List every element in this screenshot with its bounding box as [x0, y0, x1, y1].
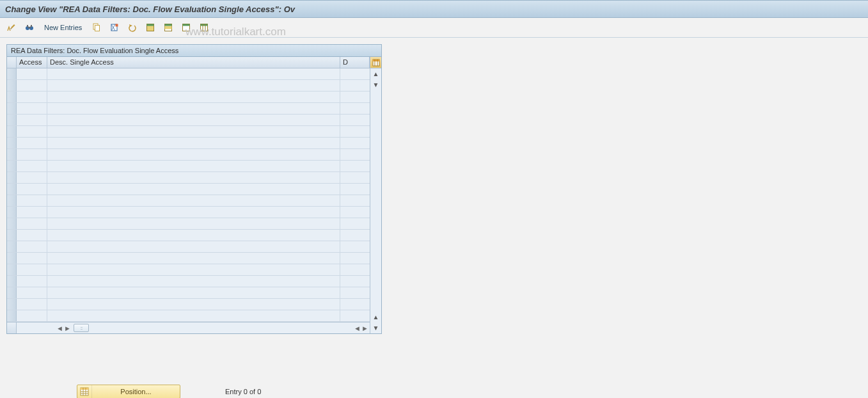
- table-row[interactable]: [7, 299, 370, 310]
- column-header-d[interactable]: D: [340, 57, 370, 68]
- copy-as-button[interactable]: [89, 20, 104, 35]
- table-row[interactable]: [7, 276, 370, 287]
- vertical-scroll-track[interactable]: [370, 90, 381, 312]
- cell-d[interactable]: [340, 149, 370, 160]
- undo-change-button[interactable]: [125, 20, 140, 35]
- table-row[interactable]: [7, 207, 370, 218]
- scroll-down-end-button[interactable]: ▼: [370, 322, 381, 333]
- row-selector[interactable]: [7, 184, 17, 195]
- cell-desc-single-access[interactable]: [47, 230, 340, 241]
- cell-access[interactable]: [17, 126, 47, 137]
- cell-desc-single-access[interactable]: [47, 207, 340, 218]
- cell-d[interactable]: [340, 230, 370, 241]
- cell-access[interactable]: [17, 172, 47, 183]
- scroll-right-end-button[interactable]: ►: [361, 324, 368, 332]
- cell-access[interactable]: [17, 287, 47, 298]
- cell-d[interactable]: [340, 161, 370, 171]
- row-selector[interactable]: [7, 80, 17, 91]
- scroll-right-button[interactable]: ►: [64, 324, 71, 332]
- cell-d[interactable]: [340, 253, 370, 264]
- table-row[interactable]: [7, 287, 370, 299]
- cell-access[interactable]: [17, 276, 47, 287]
- cell-d[interactable]: [340, 287, 370, 298]
- cell-desc-single-access[interactable]: [47, 126, 340, 137]
- row-selector[interactable]: [7, 264, 17, 275]
- row-selector[interactable]: [7, 138, 17, 148]
- table-row[interactable]: [7, 310, 370, 322]
- cell-d[interactable]: [340, 241, 370, 252]
- cell-desc-single-access[interactable]: [47, 80, 340, 91]
- cell-access[interactable]: [17, 195, 47, 206]
- cell-access[interactable]: [17, 253, 47, 264]
- cell-desc-single-access[interactable]: [47, 195, 340, 206]
- cell-d[interactable]: [340, 184, 370, 195]
- cell-desc-single-access[interactable]: [47, 68, 340, 79]
- cell-d[interactable]: [340, 138, 370, 148]
- toggle-display-change-button[interactable]: [4, 20, 19, 35]
- position-button[interactable]: Position...: [77, 385, 180, 398]
- cell-access[interactable]: [17, 218, 47, 229]
- row-selector[interactable]: [7, 126, 17, 137]
- cell-d[interactable]: [340, 276, 370, 287]
- table-row[interactable]: [7, 264, 370, 276]
- cell-d[interactable]: [340, 299, 370, 310]
- cell-access[interactable]: [17, 80, 47, 91]
- find-button[interactable]: [22, 20, 37, 35]
- table-row[interactable]: [7, 241, 370, 253]
- cell-access[interactable]: [17, 115, 47, 125]
- table-row[interactable]: [7, 161, 370, 172]
- table-row[interactable]: [7, 253, 370, 264]
- row-selector[interactable]: [7, 115, 17, 125]
- table-row[interactable]: [7, 218, 370, 230]
- row-selector[interactable]: [7, 92, 17, 102]
- cell-desc-single-access[interactable]: [47, 149, 340, 160]
- cell-access[interactable]: [17, 207, 47, 218]
- cell-desc-single-access[interactable]: [47, 253, 340, 264]
- cell-access[interactable]: [17, 103, 47, 114]
- cell-desc-single-access[interactable]: [47, 299, 340, 310]
- cell-access[interactable]: [17, 138, 47, 148]
- cell-desc-single-access[interactable]: [47, 264, 340, 275]
- scroll-left-button[interactable]: ◄: [56, 324, 63, 332]
- row-selector[interactable]: [7, 149, 17, 160]
- row-selector[interactable]: [7, 172, 17, 183]
- column-header-desc-single-access[interactable]: Desc. Single Access: [47, 57, 340, 68]
- cell-access[interactable]: [17, 92, 47, 102]
- delete-button[interactable]: [107, 20, 122, 35]
- table-settings-corner-button[interactable]: [370, 57, 381, 68]
- scroll-left-end-button[interactable]: ◄: [354, 324, 361, 332]
- row-selector[interactable]: [7, 207, 17, 218]
- table-row[interactable]: [7, 138, 370, 149]
- scroll-up-button[interactable]: ▲: [370, 68, 381, 79]
- row-selector[interactable]: [7, 241, 17, 252]
- cell-access[interactable]: [17, 161, 47, 171]
- cell-desc-single-access[interactable]: [47, 103, 340, 114]
- row-selector[interactable]: [7, 230, 17, 241]
- table-row[interactable]: [7, 115, 370, 126]
- row-selector[interactable]: [7, 299, 17, 310]
- cell-d[interactable]: [340, 126, 370, 137]
- cell-desc-single-access[interactable]: [47, 138, 340, 148]
- cell-access[interactable]: [17, 241, 47, 252]
- deselect-all-button[interactable]: [178, 20, 194, 35]
- cell-d[interactable]: [340, 310, 370, 321]
- cell-desc-single-access[interactable]: [47, 115, 340, 125]
- table-settings-button[interactable]: [196, 20, 212, 35]
- table-row[interactable]: [7, 68, 370, 80]
- cell-desc-single-access[interactable]: [47, 287, 340, 298]
- select-all-button[interactable]: [143, 20, 158, 35]
- cell-d[interactable]: [340, 92, 370, 102]
- cell-desc-single-access[interactable]: [47, 184, 340, 195]
- row-selector[interactable]: [7, 195, 17, 206]
- scroll-down-button[interactable]: ▼: [370, 79, 381, 90]
- table-row[interactable]: [7, 92, 370, 103]
- cell-desc-single-access[interactable]: [47, 172, 340, 183]
- row-selector[interactable]: [7, 161, 17, 171]
- cell-desc-single-access[interactable]: [47, 218, 340, 229]
- row-selector[interactable]: [7, 68, 17, 79]
- select-block-button[interactable]: [161, 20, 176, 35]
- cell-access[interactable]: [17, 149, 47, 160]
- cell-d[interactable]: [340, 264, 370, 275]
- table-row[interactable]: [7, 126, 370, 138]
- cell-access[interactable]: [17, 184, 47, 195]
